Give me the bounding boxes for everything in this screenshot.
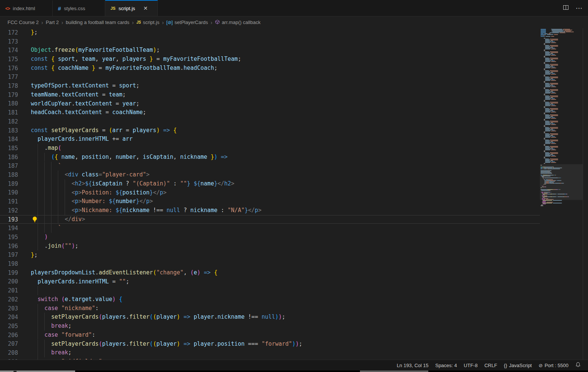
line-number[interactable]: 182 — [0, 118, 18, 125]
code-line-188[interactable]: 188 <div class="player-card"> — [0, 170, 540, 179]
code-line-175[interactable]: 175const { sport, team, year, players } … — [0, 55, 540, 64]
code-line-184[interactable]: 184 playerCards.innerHTML += arr — [0, 135, 540, 144]
line-number[interactable]: 196 — [0, 243, 18, 250]
status-item-javascript[interactable]: {}JavaScript — [500, 363, 535, 368]
line-number[interactable]: 193 — [0, 216, 18, 223]
status-item-spaces-4[interactable]: Spaces: 4 — [432, 363, 460, 368]
code-line-203[interactable]: 203 case "nickname": — [0, 304, 540, 313]
code-line-197[interactable]: 197}; — [0, 251, 540, 260]
code-line-187[interactable]: 187 ` — [0, 162, 540, 171]
line-number[interactable]: 201 — [0, 287, 18, 294]
line-number[interactable]: 185 — [0, 145, 18, 152]
line-number[interactable]: 174 — [0, 47, 18, 54]
code-line-189[interactable]: 189 <h2>${isCaptain ? "(Captain)" : ""} … — [0, 179, 540, 188]
code-line-206[interactable]: 206 case "forward": — [0, 331, 540, 340]
line-number[interactable]: 183 — [0, 127, 18, 134]
code-line-177[interactable]: 177 — [0, 73, 540, 82]
status-item-utf-8[interactable]: UTF-8 — [460, 363, 481, 368]
line-number[interactable]: 208 — [0, 349, 18, 356]
line-number[interactable]: 199 — [0, 270, 18, 276]
breadcrumb-item-fcc-course-2[interactable]: FCC Course 2 — [8, 20, 39, 25]
line-number[interactable]: 184 — [0, 136, 18, 143]
code-line-205[interactable]: 205 break; — [0, 322, 540, 331]
breadcrumb-separator: › — [61, 20, 63, 26]
code-line-182[interactable]: 182 — [0, 117, 540, 126]
line-number[interactable]: 180 — [0, 100, 18, 107]
code-line-172[interactable]: 172}; — [0, 28, 540, 37]
code-line-201[interactable]: 201 — [0, 286, 540, 295]
line-number[interactable]: 203 — [0, 305, 18, 312]
breadcrumb-item-script-js[interactable]: JSscript.js — [136, 20, 159, 25]
code-line-198[interactable]: 198 — [0, 259, 540, 268]
line-number[interactable]: 181 — [0, 109, 18, 116]
status-item-bell-icon[interactable] — [572, 362, 584, 369]
status-item-port-5500[interactable]: ⊘Port : 5500 — [535, 363, 572, 368]
tab-styles.css[interactable]: #styles.css — [53, 0, 105, 16]
code-line-194[interactable]: 194 ` — [0, 224, 540, 233]
code-line-191[interactable]: 191 <p>Number: ${number}</p> — [0, 197, 540, 206]
code-editor[interactable]: 172};173174Object.freeze(myFavoriteFootb… — [0, 28, 588, 360]
code-line-185[interactable]: 185 .map( — [0, 144, 540, 153]
line-number[interactable]: 207 — [0, 340, 18, 347]
code-line-178[interactable]: 178typeOfSport.textContent = sport; — [0, 81, 540, 90]
tab-script.js[interactable]: JSscript.js✕ — [105, 0, 158, 16]
code-line-181[interactable]: 181headCoach.textContent = coachName; — [0, 108, 540, 117]
code-line-207[interactable]: 207 setPlayerCards(players.filter((playe… — [0, 340, 540, 349]
code-line-180[interactable]: 180worldCupYear.textContent = year; — [0, 99, 540, 108]
code-line-195[interactable]: 195 ) — [0, 233, 540, 242]
line-number[interactable]: 186 — [0, 154, 18, 161]
scrollbar[interactable] — [583, 28, 588, 360]
code-line-173[interactable]: 173 — [0, 37, 540, 46]
code-line-199[interactable]: 199playersDropdownList.addEventListener(… — [0, 268, 540, 277]
line-number[interactable]: 190 — [0, 189, 18, 196]
status-item-ln-193-col-15[interactable]: Ln 193, Col 15 — [393, 363, 432, 368]
line-number[interactable]: 189 — [0, 181, 18, 187]
line-number[interactable]: 206 — [0, 332, 18, 339]
line-number[interactable]: 178 — [0, 83, 18, 89]
code-line-208[interactable]: 208 break; — [0, 348, 540, 357]
line-number[interactable]: 205 — [0, 323, 18, 330]
line-number[interactable]: 197 — [0, 252, 18, 258]
line-number[interactable]: 179 — [0, 92, 18, 98]
code-line-186[interactable]: 186 ({ name, position, number, isCaptain… — [0, 153, 540, 162]
code-text: Object.freeze(myFavoriteFootballTeam); — [31, 46, 160, 55]
line-number[interactable]: 192 — [0, 207, 18, 214]
code-line-174[interactable]: 174Object.freeze(myFavoriteFootballTeam)… — [0, 46, 540, 55]
breadcrumb-item-arr-map-callback[interactable]: arr.map() callback — [215, 20, 260, 26]
more-actions-icon[interactable]: ⋯ — [576, 4, 583, 12]
code-line-183[interactable]: 183const setPlayerCards = (arr = players… — [0, 126, 540, 135]
code-line-179[interactable]: 179teamName.textContent = team; — [0, 90, 540, 99]
minimap[interactable] — [540, 28, 583, 360]
code-line-193[interactable]: 193 </div> — [0, 215, 540, 224]
glyph-margin — [18, 117, 31, 126]
split-editor-icon[interactable] — [563, 5, 569, 12]
close-icon[interactable]: ✕ — [144, 6, 148, 11]
tab-index.html[interactable]: <>index.html — [0, 0, 53, 16]
line-number[interactable]: 176 — [0, 65, 18, 72]
line-number[interactable]: 191 — [0, 198, 18, 205]
line-number[interactable]: 175 — [0, 56, 18, 63]
line-number[interactable]: 194 — [0, 225, 18, 232]
code-line-200[interactable]: 200 playerCards.innerHTML = ""; — [0, 277, 540, 286]
line-number[interactable]: 188 — [0, 172, 18, 178]
code-line-176[interactable]: 176const { coachName } = myFavoriteFootb… — [0, 64, 540, 73]
breadcrumb-item-part-2[interactable]: Part 2 — [46, 20, 59, 25]
code-line-192[interactable]: 192 <p>Nickname: ${nickname !== null ? n… — [0, 206, 540, 215]
code-line-202[interactable]: 202 switch (e.target.value) { — [0, 295, 540, 304]
line-number[interactable]: 200 — [0, 278, 18, 285]
line-number[interactable]: 187 — [0, 163, 18, 169]
breadcrumb-item-setplayercards[interactable]: [⊘]setPlayerCards — [166, 20, 208, 25]
line-number[interactable]: 195 — [0, 234, 18, 241]
code-line-204[interactable]: 204 setPlayerCards(players.filter((playe… — [0, 313, 540, 322]
line-number[interactable]: 172 — [0, 29, 18, 36]
status-item-crlf[interactable]: CRLF — [481, 363, 500, 368]
line-number[interactable]: 198 — [0, 261, 18, 267]
breadcrumb-item-building-a-football-team-cards[interactable]: building a football team cards — [66, 20, 129, 25]
code-line-190[interactable]: 190 <p>Position: ${position}</p> — [0, 188, 540, 197]
code-line-196[interactable]: 196 .join(""); — [0, 242, 540, 251]
lightbulb-icon[interactable] — [32, 216, 38, 222]
line-number[interactable]: 204 — [0, 314, 18, 321]
line-number[interactable]: 177 — [0, 74, 18, 80]
line-number[interactable]: 173 — [0, 38, 18, 45]
line-number[interactable]: 202 — [0, 296, 18, 303]
